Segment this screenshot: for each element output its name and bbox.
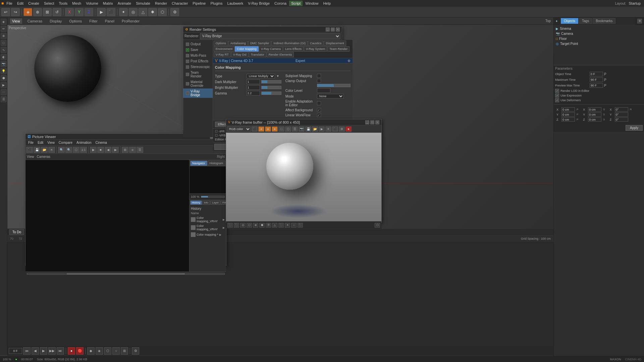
- cm-mode-select[interactable]: None: [317, 94, 344, 99]
- menu-pipeline[interactable]: Pipeline: [191, 1, 208, 6]
- redo-btn[interactable]: ↪: [11, 8, 20, 16]
- vfb-btn5[interactable]: 💾: [305, 126, 311, 132]
- sculpt-tool[interactable]: ◐: [1, 54, 7, 60]
- key-type2-btn[interactable]: ◈: [96, 347, 103, 355]
- scale-btn[interactable]: ⊠: [43, 8, 52, 16]
- rs-max-btn[interactable]: □: [331, 27, 335, 32]
- pv-menu-cinema[interactable]: Cinema: [94, 140, 108, 145]
- goto-start-btn[interactable]: ⏮: [23, 347, 31, 355]
- record-btn[interactable]: ●: [68, 347, 75, 355]
- render-preview-btn[interactable]: ▶: [97, 8, 106, 16]
- pv-tool2[interactable]: 💾: [34, 147, 40, 153]
- pv-zoom-out[interactable]: 🔍: [65, 147, 72, 153]
- y-size-input[interactable]: [588, 112, 601, 117]
- vfb-status-btn7[interactable]: ☰: [266, 223, 271, 228]
- move-btn[interactable]: ⊕: [33, 8, 42, 16]
- cm-gamma-input[interactable]: [247, 91, 260, 96]
- pv-tool3[interactable]: 📂: [41, 147, 48, 153]
- vfb-btn8[interactable]: ✕: [325, 126, 331, 132]
- viewport-tab-options[interactable]: Options: [67, 18, 84, 24]
- pv-fit[interactable]: ⬡: [73, 147, 79, 153]
- pv-tool1[interactable]: ⬛: [26, 147, 33, 153]
- menu-window[interactable]: Window: [303, 1, 320, 6]
- pv-image-area[interactable]: [25, 160, 189, 272]
- viewport-tab-prorender[interactable]: ProRender: [120, 18, 142, 24]
- pv-stop[interactable]: ■: [97, 147, 104, 153]
- menu-laubwerk[interactable]: Laubwerk: [225, 1, 246, 6]
- tool4-btn[interactable]: ✱: [148, 8, 157, 16]
- pv-menu-view[interactable]: View: [46, 140, 56, 145]
- menu-animate[interactable]: Animate: [116, 1, 133, 6]
- vray-tab-dsl[interactable]: V-Ray Dsl: [231, 52, 249, 57]
- vfb-min-btn[interactable]: _: [365, 120, 369, 124]
- cm-bright-mult-slider[interactable]: [261, 86, 281, 89]
- pv-tab-navigator[interactable]: Navigator: [190, 161, 207, 166]
- tool1-btn[interactable]: ✦: [119, 8, 128, 16]
- rig-tool[interactable]: ⋯: [1, 89, 7, 95]
- rp-tab-tags[interactable]: Tags: [579, 18, 592, 24]
- subpixel-checkbox[interactable]: [317, 74, 321, 78]
- pv-menu-animation[interactable]: Animation: [75, 140, 93, 145]
- cm-bright-mult-input[interactable]: [247, 85, 260, 90]
- move-tool[interactable]: ⊕: [1, 33, 7, 39]
- anim-tool[interactable]: ▶: [1, 82, 7, 88]
- menu-simulate[interactable]: Simulate: [134, 1, 152, 6]
- vfb-canvas[interactable]: [226, 133, 381, 221]
- viewport-tab-display[interactable]: Display: [48, 18, 64, 24]
- vray-tab-rt[interactable]: V-Ray RT: [214, 52, 231, 57]
- live-select-btn[interactable]: ◈: [23, 8, 32, 16]
- vfb-orange-btn3[interactable]: ■: [272, 126, 278, 132]
- cam-tool[interactable]: 📷: [1, 61, 7, 67]
- vfb-btn10[interactable]: ⚙: [339, 126, 345, 132]
- vray-tab-caustics[interactable]: Caustics: [308, 41, 324, 46]
- vfb-expand-btn[interactable]: ⬡: [375, 223, 380, 228]
- vray-tab-environment[interactable]: Environment: [214, 46, 235, 52]
- clamp-checkbox[interactable]: [317, 79, 321, 83]
- vfb-orange-btn2[interactable]: ■: [265, 126, 271, 132]
- rs-nav-output[interactable]: Output: [183, 41, 213, 47]
- affect-bg-checkbox[interactable]: ✓: [317, 108, 321, 112]
- x-pos-input[interactable]: [561, 107, 575, 112]
- rs-close-btn[interactable]: ×: [336, 27, 340, 32]
- render-btn[interactable]: ⬛: [107, 8, 115, 16]
- mat-tool[interactable]: ⬢: [1, 75, 7, 81]
- vray-tab-camera[interactable]: V-Ray Camera: [259, 46, 283, 52]
- pv-history-item-2[interactable]: Color mapping * ▶: [191, 232, 225, 238]
- vfb-status-btn8[interactable]: △: [272, 223, 277, 228]
- vfb-status-btn4[interactable]: ⬡: [247, 223, 252, 228]
- key-type1-btn[interactable]: ◆: [87, 347, 95, 355]
- vray-tab-team[interactable]: Team Render: [327, 46, 350, 52]
- tool3-btn[interactable]: △: [139, 8, 147, 16]
- render-lod-checkbox[interactable]: ✓: [555, 89, 559, 93]
- y-axis-btn[interactable]: Y: [75, 8, 84, 16]
- pv-hist-tab[interactable]: History: [190, 200, 202, 205]
- key-type4-btn[interactable]: ○: [112, 347, 120, 355]
- vfb-color-btn1[interactable]: ⬛: [252, 126, 258, 132]
- vfb-status-btn3[interactable]: ◎: [240, 223, 246, 228]
- cm-type-select[interactable]: Linear Multiply: [247, 74, 275, 78]
- vfb-btn6[interactable]: 📂: [312, 126, 318, 132]
- paint-tool[interactable]: ✏: [1, 26, 7, 32]
- layout-value[interactable]: Startup: [627, 1, 643, 6]
- pv-alpha[interactable]: α: [129, 147, 136, 153]
- rs-nav-teamrender[interactable]: Team Render: [183, 70, 213, 79]
- cm-clamp-level-slider[interactable]: [317, 84, 351, 87]
- undo-btn[interactable]: ↩: [1, 8, 10, 16]
- pv-history-item-0[interactable]: Color mapping_VRAY ▶: [191, 216, 225, 224]
- menu-create[interactable]: Create: [26, 1, 41, 6]
- vray-tab-dmc[interactable]: DMC Sampler: [248, 41, 271, 46]
- rs-nav-vray[interactable]: V-Ray Bridge: [183, 88, 213, 98]
- pv-next[interactable]: ▶: [112, 147, 119, 153]
- vfb-status-btn2[interactable]: ⬛: [234, 223, 239, 228]
- vray-tab-lenseffects[interactable]: Lens Effects: [283, 46, 304, 52]
- step-back-btn[interactable]: ◀: [32, 347, 39, 355]
- rs-nav-stereo[interactable]: Stereoscopic: [183, 64, 213, 70]
- light-tool[interactable]: 💡: [1, 68, 7, 74]
- object-camera[interactable]: 📷 Camera: [555, 31, 643, 36]
- goto-end-btn[interactable]: ⏭: [57, 347, 64, 355]
- vray-tab-antialiasing[interactable]: Antialiasing: [228, 41, 248, 46]
- deform-tool[interactable]: ∿: [1, 47, 7, 53]
- y-pos-input[interactable]: [561, 112, 575, 117]
- preview-max-input[interactable]: [590, 83, 603, 88]
- z-rot-input[interactable]: [615, 117, 628, 122]
